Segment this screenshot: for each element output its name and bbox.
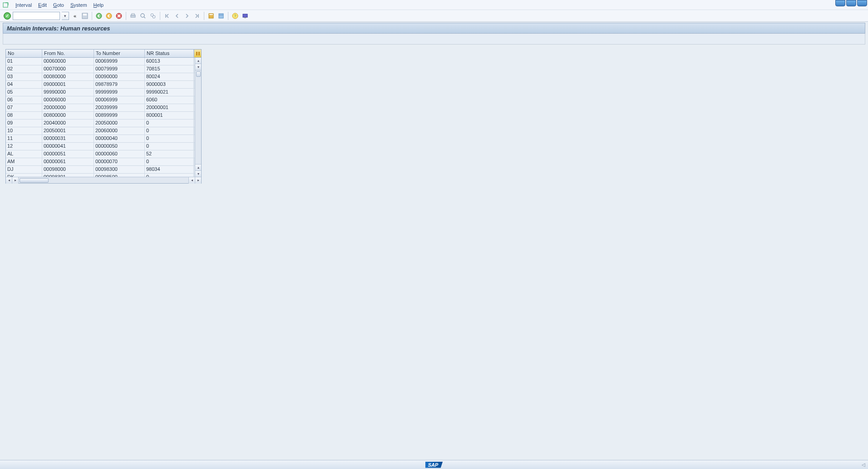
table-row[interactable]: 02000700000007999970815 [6,65,195,73]
cell-from-no[interactable]: 20040000 [42,120,94,127]
cell-no[interactable]: AL [6,150,42,158]
cell-no[interactable]: 04 [6,81,42,88]
cell-no[interactable]: 06 [6,96,42,104]
cancel-icon[interactable] [115,12,123,20]
prev-page-icon[interactable] [173,12,181,20]
menu-goto[interactable]: Goto [53,2,64,8]
horizontal-scrollbar[interactable]: ◂ ▸ ◂ ▸ [6,177,201,183]
local-layout-icon[interactable] [241,12,249,20]
table-row[interactable]: 0600006000000069996060 [6,96,195,104]
command-field[interactable] [13,12,60,20]
cell-no[interactable]: 02 [6,65,42,73]
cell-to-number[interactable]: 00000070 [94,158,145,165]
table-row[interactable]: 01000600000006999960013 [6,58,195,65]
layout-icon[interactable] [217,12,225,20]
table-row[interactable]: 0409000001098789799000003 [6,81,195,89]
cell-from-no[interactable]: 00006000 [42,96,94,104]
cell-no[interactable]: 03 [6,73,42,80]
cell-nr-status[interactable]: 60013 [145,58,194,65]
cell-no[interactable]: DK [6,174,42,177]
cell-nr-status[interactable]: 0 [145,143,194,150]
cell-to-number[interactable]: 00098300 [94,166,145,173]
hscroll-left2-icon[interactable]: ◂ [188,177,195,184]
cell-nr-status[interactable]: 52 [145,150,194,158]
cell-to-number[interactable]: 00079999 [94,65,145,73]
table-config-icon[interactable] [194,50,201,57]
cell-from-no[interactable]: 00000051 [42,150,94,158]
cell-to-number[interactable]: 09878979 [94,81,145,88]
cell-no[interactable]: AM [6,158,42,165]
next-page-icon[interactable] [183,12,191,20]
restore-button[interactable] [846,0,856,6]
cell-no[interactable]: 01 [6,58,42,65]
cell-nr-status[interactable]: 0 [145,135,194,142]
new-session-icon[interactable] [207,12,215,20]
cell-nr-status[interactable]: 0 [145,127,194,135]
table-row[interactable]: 07200000002003999920000001 [6,104,195,112]
table-row[interactable]: 1200000041000000500 [6,143,195,150]
status-expand-icon[interactable]: ◁ [862,462,865,467]
cell-to-number[interactable]: 00006999 [94,96,145,104]
print-icon[interactable] [129,12,137,20]
cell-nr-status[interactable]: 99990021 [145,89,194,96]
cell-from-no[interactable]: 00060000 [42,58,94,65]
cell-from-no[interactable]: 00000061 [42,158,94,165]
enter-button[interactable]: ✓ [4,12,11,20]
menu-system[interactable]: System [70,2,87,8]
table-row[interactable]: 080080000000899999800001 [6,112,195,120]
help-icon[interactable]: ? [231,12,239,20]
table-row[interactable]: 1100000031000000400 [6,135,195,143]
cell-nr-status[interactable]: 70815 [145,65,194,73]
table-row[interactable]: 05999900009999999999990021 [6,89,195,96]
menu-edit[interactable]: Edit [38,2,47,8]
cell-from-no[interactable]: 00080000 [42,73,94,80]
last-page-icon[interactable] [193,12,201,20]
cell-nr-status[interactable]: 20000001 [145,104,194,111]
cell-no[interactable]: 10 [6,127,42,135]
cell-from-no[interactable]: 20050001 [42,127,94,135]
cell-no[interactable]: 12 [6,143,42,150]
cell-nr-status[interactable]: 0 [145,174,194,177]
table-row[interactable]: DK00098301000985000 [6,174,195,177]
find-icon[interactable] [139,12,147,20]
cell-to-number[interactable]: 99999999 [94,89,145,96]
cell-no[interactable]: 11 [6,135,42,142]
cell-nr-status[interactable]: 800001 [145,112,194,119]
table-row[interactable]: DJ000980000009830098034 [6,166,195,174]
menu-help[interactable]: Help [94,2,104,8]
first-page-icon[interactable] [163,12,171,20]
cell-no[interactable]: 05 [6,89,42,96]
cell-nr-status[interactable]: 0 [145,120,194,127]
table-row[interactable]: AL000000510000006052 [6,150,195,158]
vertical-scrollbar[interactable]: ▴ ▾ ▴ ▾ [195,58,201,177]
scroll-up2-icon[interactable]: ▴ [195,164,201,170]
table-row[interactable]: AM00000061000000700 [6,158,195,166]
cell-no[interactable]: 07 [6,104,42,111]
table-row[interactable]: 0920040000200500000 [6,120,195,127]
minimize-button[interactable] [835,0,845,6]
cell-from-no[interactable]: 00800000 [42,112,94,119]
cell-nr-status[interactable]: 6060 [145,96,194,104]
cell-nr-status[interactable]: 98034 [145,166,194,173]
close-window-button[interactable] [857,0,867,6]
hscroll-thumb[interactable] [20,178,49,183]
hscroll-right-icon[interactable]: ▸ [12,177,19,184]
hscroll-left-icon[interactable]: ◂ [6,177,12,184]
app-menu-icon[interactable] [3,2,9,8]
exit-icon[interactable] [105,12,113,20]
cell-to-number[interactable]: 00000040 [94,135,145,142]
cell-to-number[interactable]: 20050000 [94,120,145,127]
hscroll-right2-icon[interactable]: ▸ [195,177,201,184]
save-icon[interactable] [81,12,89,20]
table-row[interactable]: 1020050001200600000 [6,127,195,135]
cell-from-no[interactable]: 09000001 [42,81,94,88]
history-collapse-icon[interactable]: « [71,12,79,20]
scroll-up-icon[interactable]: ▴ [195,58,201,64]
cell-to-number[interactable]: 00000060 [94,150,145,158]
table-row[interactable]: 03000800000009000080024 [6,73,195,81]
cell-from-no[interactable]: 99990000 [42,89,94,96]
cell-nr-status[interactable]: 80024 [145,73,194,80]
cell-nr-status[interactable]: 0 [145,158,194,165]
cell-to-number[interactable]: 00000050 [94,143,145,150]
find-next-icon[interactable] [149,12,157,20]
